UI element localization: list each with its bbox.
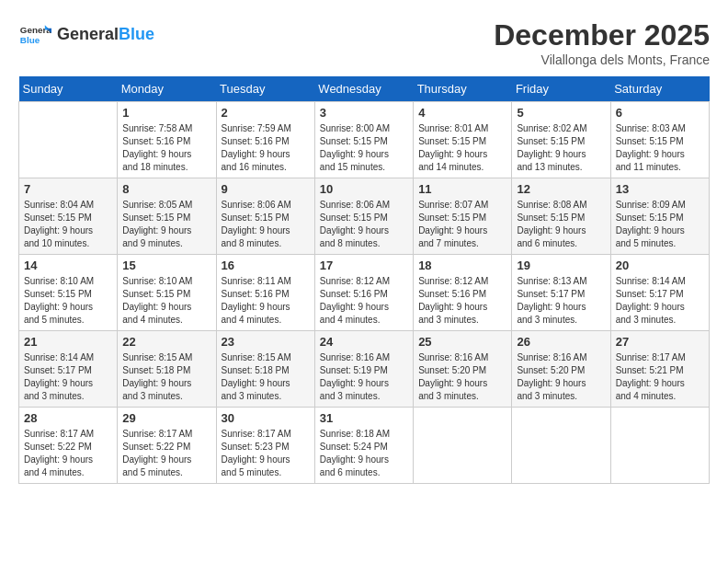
logo-icon: General Blue — [18, 18, 51, 52]
svg-text:General: General — [20, 25, 51, 35]
table-row: 31Sunrise: 8:18 AM Sunset: 5:24 PM Dayli… — [314, 408, 413, 484]
day-info: Sunrise: 8:12 AM Sunset: 5:16 PM Dayligh… — [418, 275, 506, 327]
day-number: 30 — [222, 411, 310, 425]
table-row: 7Sunrise: 8:04 AM Sunset: 5:15 PM Daylig… — [19, 178, 118, 255]
table-row: 15Sunrise: 8:10 AM Sunset: 5:15 PM Dayli… — [118, 255, 216, 331]
calendar-week-row: 7Sunrise: 8:04 AM Sunset: 5:15 PM Daylig… — [19, 178, 710, 255]
col-monday: Monday — [118, 76, 216, 102]
table-row: 23Sunrise: 8:15 AM Sunset: 5:18 PM Dayli… — [216, 331, 314, 408]
day-number: 17 — [320, 259, 408, 272]
day-number: 10 — [320, 182, 408, 196]
day-info: Sunrise: 8:16 AM Sunset: 5:19 PM Dayligh… — [320, 351, 408, 403]
day-info: Sunrise: 8:06 AM Sunset: 5:15 PM Dayligh… — [222, 199, 310, 250]
day-info: Sunrise: 8:10 AM Sunset: 5:15 PM Dayligh… — [122, 275, 210, 327]
day-info: Sunrise: 8:17 AM Sunset: 5:21 PM Dayligh… — [616, 351, 704, 403]
day-info: Sunrise: 7:58 AM Sunset: 5:16 PM Dayligh… — [122, 122, 210, 174]
day-info: Sunrise: 8:05 AM Sunset: 5:15 PM Dayligh… — [122, 199, 210, 250]
day-number: 9 — [222, 182, 310, 196]
day-number: 18 — [418, 259, 506, 272]
logo-general-text: General — [57, 26, 119, 44]
day-number: 1 — [122, 106, 210, 120]
day-number: 22 — [122, 335, 210, 349]
table-row: 30Sunrise: 8:17 AM Sunset: 5:23 PM Dayli… — [216, 408, 314, 484]
day-info: Sunrise: 8:17 AM Sunset: 5:22 PM Dayligh… — [24, 428, 112, 479]
table-row: 14Sunrise: 8:10 AM Sunset: 5:15 PM Dayli… — [19, 255, 118, 331]
day-info: Sunrise: 7:59 AM Sunset: 5:16 PM Dayligh… — [222, 122, 310, 174]
day-info: Sunrise: 8:16 AM Sunset: 5:20 PM Dayligh… — [418, 351, 506, 403]
calendar-week-row: 28Sunrise: 8:17 AM Sunset: 5:22 PM Dayli… — [19, 408, 710, 484]
day-number: 12 — [517, 182, 605, 196]
table-row: 26Sunrise: 8:16 AM Sunset: 5:20 PM Dayli… — [512, 331, 610, 408]
table-row: 10Sunrise: 8:06 AM Sunset: 5:15 PM Dayli… — [314, 178, 413, 255]
col-thursday: Thursday — [414, 76, 512, 102]
day-number: 4 — [418, 106, 506, 120]
calendar-week-row: 1Sunrise: 7:58 AM Sunset: 5:16 PM Daylig… — [19, 102, 710, 178]
table-row: 19Sunrise: 8:13 AM Sunset: 5:17 PM Dayli… — [512, 255, 610, 331]
day-info: Sunrise: 8:03 AM Sunset: 5:15 PM Dayligh… — [616, 122, 704, 174]
title-block: December 2025 Vilallonga dels Monts, Fra… — [494, 18, 710, 67]
day-number: 3 — [320, 106, 408, 120]
day-info: Sunrise: 8:06 AM Sunset: 5:15 PM Dayligh… — [320, 199, 408, 250]
day-number: 6 — [616, 106, 704, 120]
table-row: 2Sunrise: 7:59 AM Sunset: 5:16 PM Daylig… — [216, 102, 314, 178]
day-number: 27 — [616, 335, 704, 349]
table-row: 22Sunrise: 8:15 AM Sunset: 5:18 PM Dayli… — [118, 331, 216, 408]
calendar-table: Sunday Monday Tuesday Wednesday Thursday… — [18, 76, 710, 484]
table-row: 28Sunrise: 8:17 AM Sunset: 5:22 PM Dayli… — [19, 408, 118, 484]
table-row: 27Sunrise: 8:17 AM Sunset: 5:21 PM Dayli… — [610, 331, 709, 408]
day-info: Sunrise: 8:15 AM Sunset: 5:18 PM Dayligh… — [122, 351, 210, 403]
day-number: 13 — [616, 182, 704, 196]
day-number: 23 — [222, 335, 310, 349]
day-number: 26 — [517, 335, 605, 349]
day-info: Sunrise: 8:14 AM Sunset: 5:17 PM Dayligh… — [24, 351, 112, 403]
day-number: 8 — [122, 182, 210, 196]
day-info: Sunrise: 8:17 AM Sunset: 5:22 PM Dayligh… — [122, 428, 210, 479]
table-row: 13Sunrise: 8:09 AM Sunset: 5:15 PM Dayli… — [610, 178, 709, 255]
day-number: 24 — [320, 335, 408, 349]
day-number: 19 — [517, 259, 605, 272]
day-info: Sunrise: 8:07 AM Sunset: 5:15 PM Dayligh… — [418, 199, 506, 250]
page-header: General Blue GeneralBlue December 2025 V… — [18, 18, 710, 67]
day-number: 25 — [418, 335, 506, 349]
table-row: 5Sunrise: 8:02 AM Sunset: 5:15 PM Daylig… — [512, 102, 610, 178]
table-row: 1Sunrise: 7:58 AM Sunset: 5:16 PM Daylig… — [118, 102, 216, 178]
table-row: 9Sunrise: 8:06 AM Sunset: 5:15 PM Daylig… — [216, 178, 314, 255]
logo: General Blue GeneralBlue — [18, 18, 154, 52]
day-info: Sunrise: 8:11 AM Sunset: 5:16 PM Dayligh… — [222, 275, 310, 327]
day-info: Sunrise: 8:09 AM Sunset: 5:15 PM Dayligh… — [616, 199, 704, 250]
table-row: 18Sunrise: 8:12 AM Sunset: 5:16 PM Dayli… — [414, 255, 512, 331]
table-row: 12Sunrise: 8:08 AM Sunset: 5:15 PM Dayli… — [512, 178, 610, 255]
day-info: Sunrise: 8:16 AM Sunset: 5:20 PM Dayligh… — [517, 351, 605, 403]
day-info: Sunrise: 8:17 AM Sunset: 5:23 PM Dayligh… — [222, 428, 310, 479]
day-info: Sunrise: 8:14 AM Sunset: 5:17 PM Dayligh… — [616, 275, 704, 327]
col-wednesday: Wednesday — [314, 76, 413, 102]
table-row — [512, 408, 610, 484]
day-number: 5 — [517, 106, 605, 120]
day-number: 11 — [418, 182, 506, 196]
day-number: 31 — [320, 411, 408, 425]
table-row: 16Sunrise: 8:11 AM Sunset: 5:16 PM Dayli… — [216, 255, 314, 331]
table-row: 20Sunrise: 8:14 AM Sunset: 5:17 PM Dayli… — [610, 255, 709, 331]
day-info: Sunrise: 8:08 AM Sunset: 5:15 PM Dayligh… — [517, 199, 605, 250]
col-friday: Friday — [512, 76, 610, 102]
day-info: Sunrise: 8:18 AM Sunset: 5:24 PM Dayligh… — [320, 428, 408, 479]
calendar-week-row: 14Sunrise: 8:10 AM Sunset: 5:15 PM Dayli… — [19, 255, 710, 331]
table-row: 3Sunrise: 8:00 AM Sunset: 5:15 PM Daylig… — [314, 102, 413, 178]
table-row: 17Sunrise: 8:12 AM Sunset: 5:16 PM Dayli… — [314, 255, 413, 331]
table-row: 11Sunrise: 8:07 AM Sunset: 5:15 PM Dayli… — [414, 178, 512, 255]
table-row: 21Sunrise: 8:14 AM Sunset: 5:17 PM Dayli… — [19, 331, 118, 408]
day-number: 16 — [222, 259, 310, 272]
day-number: 14 — [24, 259, 112, 272]
location-subtitle: Vilallonga dels Monts, France — [494, 52, 710, 67]
table-row: 29Sunrise: 8:17 AM Sunset: 5:22 PM Dayli… — [118, 408, 216, 484]
day-info: Sunrise: 8:12 AM Sunset: 5:16 PM Dayligh… — [320, 275, 408, 327]
day-info: Sunrise: 8:00 AM Sunset: 5:15 PM Dayligh… — [320, 122, 408, 174]
svg-text:Blue: Blue — [20, 35, 40, 45]
day-number: 29 — [122, 411, 210, 425]
calendar-header-row: Sunday Monday Tuesday Wednesday Thursday… — [19, 76, 710, 102]
table-row: 25Sunrise: 8:16 AM Sunset: 5:20 PM Dayli… — [414, 331, 512, 408]
table-row — [19, 102, 118, 178]
day-number: 20 — [616, 259, 704, 272]
logo-blue-text: Blue — [119, 26, 154, 44]
day-info: Sunrise: 8:10 AM Sunset: 5:15 PM Dayligh… — [24, 275, 112, 327]
